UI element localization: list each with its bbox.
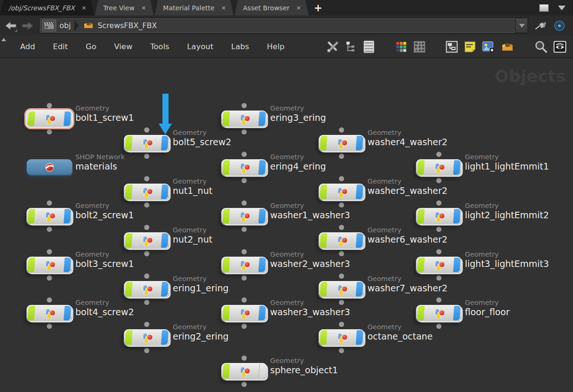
settings-button[interactable] <box>326 41 339 53</box>
network-node-washer5_washer2[interactable]: Geometry washer5_washer2 <box>319 184 364 200</box>
node-input-connector[interactable] <box>436 249 441 254</box>
node-output-connector[interactable] <box>339 348 344 353</box>
network-node-nut1_nut[interactable]: Geometry nut1_nut <box>124 184 169 200</box>
node-output-connector[interactable] <box>144 202 149 207</box>
pane-expand-arrow-icon[interactable] <box>1 38 6 41</box>
node-body[interactable] <box>124 135 169 151</box>
node-output-connector[interactable] <box>144 300 149 305</box>
network-node-light1_lightEmmit1[interactable]: Geometry light1_lightEmmit1 <box>416 159 462 176</box>
node-body[interactable] <box>124 281 169 297</box>
node-input-connector[interactable] <box>144 127 149 133</box>
node-bypass-flag[interactable] <box>28 209 35 223</box>
menu-add[interactable]: Add <box>11 42 44 51</box>
pane-maximize-icon[interactable] <box>539 4 549 12</box>
node-bypass-flag[interactable] <box>222 306 230 320</box>
node-bypass-flag[interactable] <box>125 282 132 296</box>
node-bypass-flag[interactable] <box>417 209 425 223</box>
node-body[interactable] <box>221 363 267 379</box>
node-body[interactable] <box>27 208 72 224</box>
tab-close-icon[interactable]: × <box>221 4 226 11</box>
node-bypass-flag[interactable] <box>125 185 132 199</box>
menu-layout[interactable]: Layout <box>178 42 222 51</box>
menu-tools[interactable]: Tools <box>141 42 178 51</box>
node-display-flag[interactable] <box>453 306 461 320</box>
visibility-button[interactable] <box>553 41 566 53</box>
node-input-connector[interactable] <box>47 103 52 108</box>
pin-path-button[interactable] <box>533 18 549 33</box>
node-display-flag[interactable] <box>258 111 266 126</box>
node-display-flag[interactable] <box>453 209 461 223</box>
sticky-note-button[interactable] <box>464 41 476 53</box>
node-input-connector[interactable] <box>144 274 149 279</box>
tab-asset-browser[interactable]: Asset Browser × <box>235 0 309 15</box>
node-bypass-flag[interactable] <box>222 364 230 378</box>
node-body[interactable] <box>221 208 267 224</box>
network-node-bolt5_screw2[interactable]: Geometry bolt5_screw2 <box>124 135 169 151</box>
network-node-washer1_washer3[interactable]: Geometry washer1_washer3 <box>221 208 267 224</box>
tab-close-icon[interactable]: × <box>141 4 146 11</box>
menu-go[interactable]: Go <box>77 42 105 51</box>
node-input-connector[interactable] <box>242 249 247 254</box>
network-path-field[interactable]: obj ScrewsFBX_FBX <box>39 18 528 33</box>
node-output-connector[interactable] <box>436 324 441 329</box>
node-bypass-flag[interactable] <box>417 258 425 272</box>
node-output-connector[interactable] <box>242 275 247 281</box>
network-node-washer6_washer2[interactable]: Geometry washer6_washer2 <box>319 232 364 249</box>
node-display-flag[interactable] <box>356 233 363 248</box>
node-display-flag[interactable] <box>453 160 461 175</box>
node-display-flag[interactable] <box>161 233 169 248</box>
network-node-ering3_ering[interactable]: Geometry ering3_ering <box>221 111 267 127</box>
node-input-connector[interactable] <box>436 152 441 157</box>
node-input-connector[interactable] <box>242 103 247 108</box>
node-body[interactable] <box>416 208 462 224</box>
node-body[interactable] <box>124 184 169 200</box>
node-input-connector[interactable] <box>242 200 247 206</box>
tab-close-icon[interactable]: × <box>296 4 301 11</box>
forward-button[interactable] <box>21 20 35 32</box>
shape-palette-button[interactable] <box>413 41 426 53</box>
network-node-sphere_object1[interactable]: Geometry sphere_object1 <box>221 363 267 379</box>
tab-tree-view[interactable]: Tree View × <box>95 0 154 15</box>
node-bypass-flag[interactable] <box>417 306 425 320</box>
node-output-connector[interactable] <box>47 129 52 134</box>
new-tab-button[interactable]: + <box>309 0 326 15</box>
menu-edit[interactable]: Edit <box>44 42 77 51</box>
network-node-washer7_washer2[interactable]: Geometry washer7_washer2 <box>319 281 364 297</box>
node-display-flag[interactable] <box>356 136 363 150</box>
pane-menu-chevron-down-icon[interactable] <box>558 6 566 10</box>
node-bypass-flag[interactable] <box>125 330 132 345</box>
tab-material-palette[interactable]: Material Palette × <box>154 0 234 15</box>
node-input-connector[interactable] <box>339 274 344 279</box>
color-palette-button[interactable] <box>395 41 407 53</box>
node-display-flag[interactable] <box>356 185 363 199</box>
node-display-flag[interactable] <box>161 185 169 199</box>
node-display-flag[interactable] <box>64 258 71 272</box>
node-bypass-flag[interactable] <box>320 185 327 199</box>
node-input-connector[interactable] <box>436 297 441 303</box>
node-body[interactable] <box>319 135 364 151</box>
node-display-flag[interactable] <box>258 364 266 378</box>
tab-close-icon[interactable]: × <box>81 4 87 11</box>
node-display-flag[interactable] <box>258 209 266 223</box>
network-node-bolt1_screw1[interactable]: Geometry bolt1_screw1 <box>27 111 72 127</box>
network-node-washer4_washer2[interactable]: Geometry washer4_washer2 <box>319 135 364 151</box>
node-bypass-flag[interactable] <box>222 258 230 272</box>
node-output-connector[interactable] <box>242 178 247 183</box>
node-input-connector[interactable] <box>242 355 247 361</box>
parameter-list-button[interactable] <box>363 40 375 53</box>
tab-network-editor[interactable]: /obj/ScrewsFBX_FBX × <box>0 0 94 15</box>
add-image-button[interactable] <box>482 41 495 53</box>
node-input-connector[interactable] <box>339 225 344 230</box>
node-body[interactable] <box>27 305 72 321</box>
node-body[interactable] <box>27 159 72 176</box>
node-output-connector[interactable] <box>144 154 149 159</box>
network-node-materials[interactable]: SHOP Network materials <box>27 159 72 176</box>
node-body[interactable] <box>416 159 462 176</box>
network-node-ering2_ering[interactable]: Geometry ering2_ering <box>124 329 169 346</box>
node-bypass-flag[interactable] <box>28 258 35 272</box>
node-input-connector[interactable] <box>242 152 247 157</box>
node-body[interactable] <box>27 257 72 273</box>
node-input-connector[interactable] <box>144 225 149 230</box>
node-body[interactable] <box>221 305 267 321</box>
node-output-connector[interactable] <box>47 275 52 281</box>
